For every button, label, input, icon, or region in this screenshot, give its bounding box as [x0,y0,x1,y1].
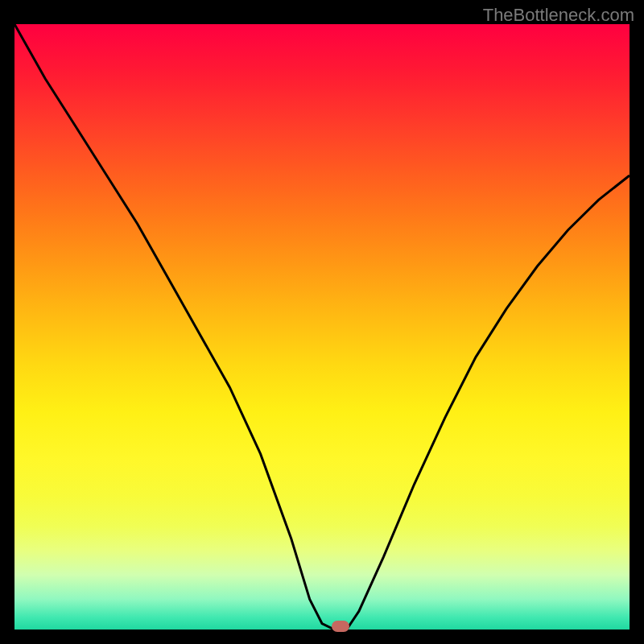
watermark-text: TheBottleneck.com [483,5,634,26]
chart-plot-area [14,24,630,630]
optimum-marker [332,621,349,632]
bottleneck-curve [14,24,630,630]
